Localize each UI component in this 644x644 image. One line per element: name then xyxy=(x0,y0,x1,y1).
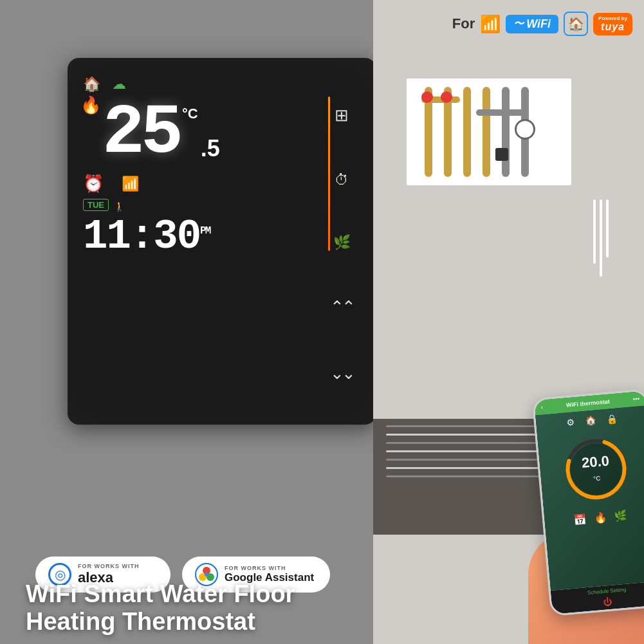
wifi-badge: 〜 WiFi xyxy=(506,15,558,33)
product-title-line2: Heating Thermostat xyxy=(26,608,295,636)
timer-icon[interactable]: ⏱ xyxy=(335,172,349,189)
valve-1 xyxy=(421,91,433,103)
home-smart-icon: 🏠 xyxy=(568,16,584,32)
grid-icon[interactable]: ⊞ xyxy=(335,106,349,125)
cable-3 xyxy=(606,199,609,257)
svg-point-3 xyxy=(205,573,208,576)
wifi-label: WiFi xyxy=(526,17,551,31)
thermo-mid-row: ⏰ 📶 xyxy=(83,174,322,194)
eco-leaf-icon[interactable]: 🌿 xyxy=(333,234,351,251)
day-badge: TUE xyxy=(83,199,109,211)
valve-2 xyxy=(441,91,452,103)
phone-schedule-icon[interactable]: 📅 xyxy=(573,513,587,526)
pipe-vertical-3 xyxy=(463,87,471,177)
right-panel: For 📶 〜 WiFi 🏠 Powered by tuya xyxy=(373,0,644,644)
tuya-badge: Powered by tuya xyxy=(593,13,632,35)
product-title: WiFi Smart Water Floor Heating Thermosta… xyxy=(26,580,295,636)
cloud-icon: ☁ xyxy=(112,76,126,93)
flame-icon: 🔥 xyxy=(80,95,101,115)
left-panel: 🏠 ☁ 🔥 25 °C .5 ⏰ 📶 xyxy=(0,0,373,644)
phone-mockup-wrap: ‹ WiFi thermostat ••• ⚙ 🏠 🔒 xyxy=(541,393,644,625)
pipe-vertical-4 xyxy=(483,87,490,177)
top-badges: For 📶 〜 WiFi 🏠 Powered by tuya xyxy=(452,12,632,36)
phone-app-body: ⚙ 🏠 🔒 20.0 xyxy=(535,405,644,591)
alexa-for-works-label: FOR WORKS WITH xyxy=(78,563,140,569)
hanging-cables xyxy=(593,199,609,277)
product-title-line1: WiFi Smart Water Floor xyxy=(26,580,295,609)
tuya-name: tuya xyxy=(601,21,625,33)
time-numbers: 11:30 xyxy=(83,214,200,260)
cable-2 xyxy=(600,199,602,277)
temperature-unit: °C xyxy=(182,106,198,122)
thermo-top-icons: 🏠 ☁ xyxy=(83,76,322,93)
time-value: 11:30PM xyxy=(83,214,210,260)
pipes-scene xyxy=(405,77,573,187)
for-label: For xyxy=(452,15,475,32)
wifi-icon: 📶 xyxy=(122,176,139,192)
pipe-horizontal-2 xyxy=(476,109,528,116)
pipe-vertical-5 xyxy=(502,87,510,177)
google-for-works-label: FOR WORKS WITH xyxy=(225,565,314,571)
temperature-decimal: .5 xyxy=(201,135,220,162)
wifi-wave-icon: 〜 xyxy=(513,17,524,31)
phone-lock-icon[interactable]: 🔒 xyxy=(606,413,618,424)
temp-ring: 20.0 °C xyxy=(561,434,630,504)
smart-home-badge: 🏠 xyxy=(564,12,588,36)
am-pm-indicator: PM xyxy=(200,225,210,237)
phone-temp-number: 20.0 xyxy=(581,452,610,471)
thermostat-device: 🏠 ☁ 🔥 25 °C .5 ⏰ 📶 xyxy=(68,58,376,425)
arrow-up-icon[interactable]: ⌃⌃ xyxy=(330,297,353,317)
pressure-gauge xyxy=(515,119,535,140)
phone-temp-unit: °C xyxy=(593,475,601,483)
thermo-bottom: TUE 🚶 11:30PM xyxy=(83,199,322,257)
temperature-value: 25 xyxy=(102,98,179,169)
orange-divider-line xyxy=(328,97,330,251)
tuya-powered-text: Powered by xyxy=(598,15,627,21)
phone-home-icon[interactable]: 🏠 xyxy=(585,415,596,426)
temperature-display: 🔥 25 °C .5 xyxy=(83,98,322,169)
page-wrapper: 🏠 ☁ 🔥 25 °C .5 ⏰ 📶 xyxy=(0,0,644,644)
phone-app-title: WiFi thermostat xyxy=(566,398,611,408)
arrow-down-icon[interactable]: ⌄⌄ xyxy=(330,363,353,383)
home-icon: 🏠 xyxy=(83,76,100,93)
phone-leaf-icon[interactable]: 🌿 xyxy=(614,509,628,522)
phone-settings-icon[interactable]: ⚙ xyxy=(566,417,575,428)
time-display: 11:30PM xyxy=(83,216,322,257)
phone-bottom-icons: 📅 🔥 🌿 xyxy=(573,509,627,526)
person-icon: 🚶 xyxy=(114,201,125,212)
alarm-clock-icon: ⏰ xyxy=(83,174,104,194)
wifi-signal-icon: 📶 xyxy=(480,14,501,34)
phone-nav-icons: ⚙ 🏠 🔒 xyxy=(566,413,618,428)
cable-1 xyxy=(593,199,596,264)
phone-device: ‹ WiFi thermostat ••• ⚙ 🏠 🔒 xyxy=(532,389,644,616)
phone-screen: ‹ WiFi thermostat ••• ⚙ 🏠 🔒 xyxy=(534,391,644,614)
sensor xyxy=(495,148,508,161)
phone-temp-value: 20.0 °C xyxy=(581,454,611,484)
phone-flame-icon[interactable]: 🔥 xyxy=(593,511,607,524)
pipe-complex xyxy=(412,84,566,180)
